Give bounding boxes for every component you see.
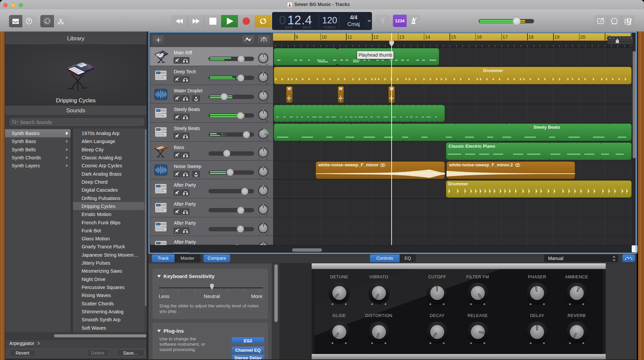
svg-text:?: ? bbox=[28, 19, 30, 24]
